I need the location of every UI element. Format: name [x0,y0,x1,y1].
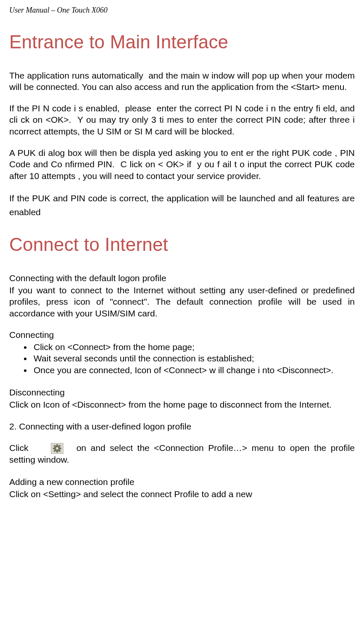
settings-gear-icon [51,443,63,454]
entrance-paragraph-3: A PUK di alog box will then be displa ye… [9,147,355,182]
list-item: Wait several seconds until the connectio… [32,353,355,364]
entrance-paragraph-1: The application runs automatically and t… [9,70,355,93]
click-settings-line: Click [9,442,355,466]
entrance-paragraph-4: If the PUK and PIN code is correct, the … [9,192,355,219]
connect-paragraph-disconnect: Click on Icon of <Disconnect> from the h… [9,399,355,410]
connect-paragraph-default: If you want to connect to the Internet w… [9,285,355,319]
heading-connect: Connect to Internet [9,234,355,256]
subhead-user-defined-profile: 2. Connecting with a user-defined logon … [9,421,355,432]
click-text-before: Click [9,443,29,453]
connecting-bullet-list: Click on <Connect> from the home page; W… [9,341,355,376]
list-item: Click on <Connect> from the home page; [32,341,355,353]
subhead-disconnecting: Disconnecting [9,387,355,398]
entrance-paragraph-2: If the PI N code i s enabled, please ent… [9,103,355,137]
running-header: User Manual – One Touch X060 [9,6,355,15]
subhead-connecting: Connecting [9,329,355,340]
subhead-default-profile: Connecting with the default logon profil… [9,272,355,284]
subhead-add-profile: Adding a new connection profile [9,476,355,487]
svg-point-10 [56,447,58,450]
list-item: Once you are connected, Icon of <Connect… [32,364,355,376]
connect-paragraph-add: Click on <Setting> and select the connec… [9,488,355,500]
heading-entrance: Entrance to Main Interface [9,32,355,53]
